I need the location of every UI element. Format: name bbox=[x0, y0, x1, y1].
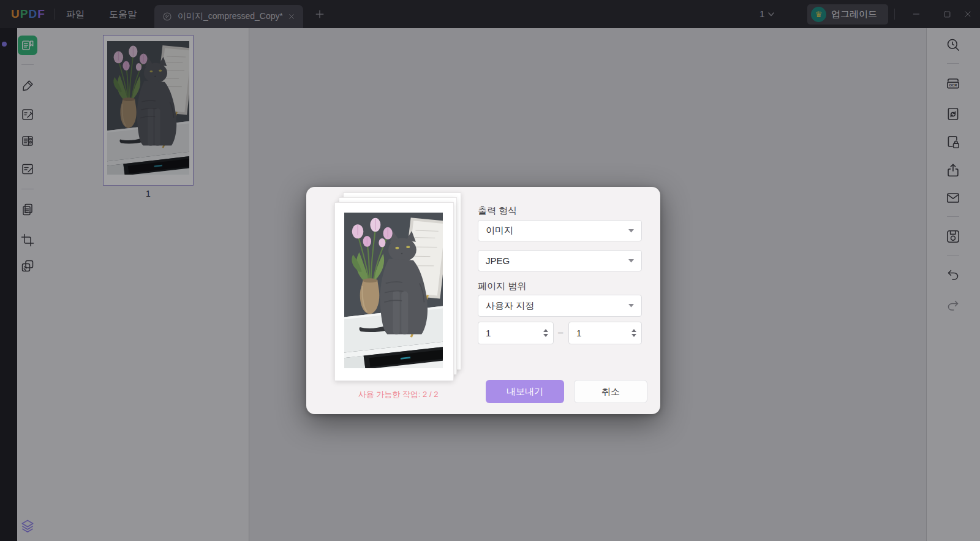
format-value: 이미지 bbox=[486, 225, 513, 236]
range-from-input[interactable]: 1 bbox=[478, 322, 554, 344]
stepper-down-icon bbox=[543, 334, 548, 337]
export-button[interactable]: 내보내기 bbox=[486, 380, 564, 403]
output-format-label: 출력 형식 bbox=[478, 205, 517, 217]
app-window: UPDF 파일 도움말 이미지_compressed_Copy* 1 ♛ bbox=[0, 0, 980, 541]
format-select[interactable]: 이미지 bbox=[478, 220, 642, 241]
preview-page-front bbox=[334, 202, 454, 381]
cancel-button[interactable]: 취소 bbox=[574, 380, 647, 403]
range-to-value: 1 bbox=[576, 328, 581, 338]
page-range-label: 페이지 범위 bbox=[478, 281, 526, 292]
caret-down-icon bbox=[628, 304, 634, 308]
range-from-stepper[interactable] bbox=[543, 329, 548, 337]
file-type-value: JPEG bbox=[486, 255, 510, 266]
caret-down-icon bbox=[628, 229, 634, 233]
range-mode-value: 사용자 지정 bbox=[486, 300, 534, 312]
stepper-up-icon bbox=[543, 329, 548, 332]
range-dash: – bbox=[558, 327, 563, 337]
caret-down-icon bbox=[628, 259, 634, 263]
preview-cat-photo bbox=[344, 213, 443, 368]
stepper-up-icon bbox=[631, 329, 636, 332]
range-mode-select[interactable]: 사용자 지정 bbox=[478, 295, 642, 317]
range-to-stepper[interactable] bbox=[631, 329, 636, 337]
stepper-down-icon bbox=[631, 334, 636, 337]
quota-text: 사용 가능한 작업: 2 / 2 bbox=[331, 389, 466, 400]
range-from-value: 1 bbox=[486, 328, 491, 338]
export-dialog: 사용 가능한 작업: 2 / 2 출력 형식 이미지 JPEG 페이지 범위 사… bbox=[306, 187, 660, 414]
file-type-select[interactable]: JPEG bbox=[478, 250, 642, 271]
range-to-input[interactable]: 1 bbox=[568, 322, 642, 344]
